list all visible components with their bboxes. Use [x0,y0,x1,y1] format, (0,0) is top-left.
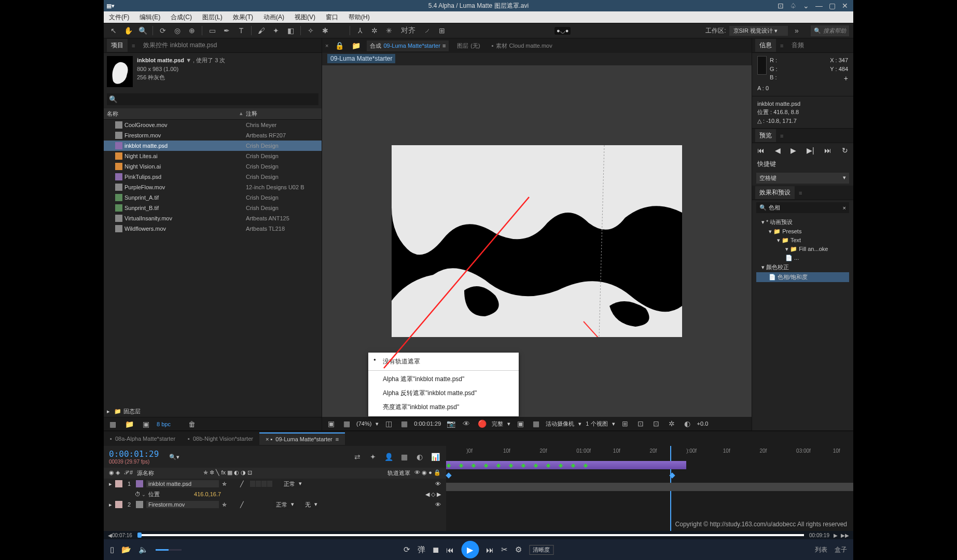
viewer-opt-2-icon[interactable]: ⊡ [635,418,646,429]
play-icon[interactable]: ▶ [790,146,796,155]
tree-hue-sat[interactable]: 📄 色相/饱和度 [756,272,849,282]
snapshot-icon[interactable]: 📷 [445,418,456,429]
eraser-tool-icon[interactable]: ◧ [285,25,296,36]
shortcut-dropdown[interactable]: 空格键▾ [756,173,849,184]
resolution-dropdown[interactable]: 完整 [492,420,503,428]
prev-frame-icon[interactable]: ◀ [775,146,781,155]
show-snapshot-icon[interactable]: 👁 [461,418,472,429]
view-axis-icon[interactable]: ✳ [383,25,395,36]
workspace-dropdown[interactable]: 京SIR 视觉设计 ▾ [729,26,788,36]
file-row[interactable]: Firestorm.movArtbeats RF207 [104,130,322,141]
clone-tool-icon[interactable]: ✦ [270,25,282,36]
scrub-expand2-icon[interactable]: ▶▶ [841,533,849,538]
frame-blend-icon[interactable]: ▦ [398,451,410,463]
loop-toggle-icon[interactable]: ⟳ [404,545,410,554]
selection-tool-icon[interactable]: ↖ [108,25,119,36]
info-tab[interactable]: 信息 [755,39,776,52]
pan-behind-icon[interactable]: ⊕ [186,25,198,36]
loop-mode[interactable]: 弹 [418,545,425,555]
scrub-expand-icon[interactable]: ◀ [108,533,112,538]
file-row[interactable]: Sunprint_A.tifCrish Design [104,192,322,203]
window-mode-icon[interactable]: ▯ [110,545,114,554]
tl-opt-2-icon[interactable]: ✦ [367,451,379,463]
project-search-input[interactable] [107,93,318,105]
video-scrub-bar[interactable]: ◀ 00:07:16 00:09:19 ▶ ▶▶ [104,531,853,539]
window-btn-1[interactable]: ⊡ [778,2,784,10]
trash-icon[interactable]: 🗑 [186,418,198,430]
pen-tool-icon[interactable]: ✒ [221,25,232,36]
shy-icon[interactable]: 👤 [383,451,394,463]
viewer-opt-1-icon[interactable]: ⊞ [619,418,631,429]
quality-selector[interactable]: 清晰度 [529,545,553,555]
bpc-toggle[interactable]: 8 bpc [157,421,171,427]
file-row[interactable]: VirtualInsanity.movArtbeats ANT125 [104,213,322,223]
col-source-name[interactable]: 源名称 [137,469,199,477]
new-comp-icon[interactable]: ▣ [140,418,151,430]
solids-folder[interactable]: 📁 固态层 [104,406,322,417]
last-frame-icon[interactable]: ⏭ [824,146,831,155]
loop-icon[interactable]: ↻ [842,146,848,155]
time-ruler[interactable]: )0f10f20f01:00f10f20f):00f10f20f03:00f10… [446,446,853,459]
views-dropdown[interactable]: 1 个视图 [586,420,607,428]
matte-option-alpha-inv[interactable]: Alpha 反转遮罩"inkblot matte.psd" [368,386,519,400]
tl-opt-1-icon[interactable]: ⇄ [352,451,363,463]
footage-tab[interactable]: ▪ 素材 Cloud matte.mov [489,40,556,51]
folder-nav-icon[interactable]: 📁 [350,40,362,51]
play-button[interactable]: ▶ [461,541,479,558]
timeline-tab-1[interactable]: ▪ 08a-Alpha Matte*starter [104,433,182,444]
menu-view[interactable]: 视图(V) [292,12,318,23]
timeline-tab-2[interactable]: ▪ 08b-Night Vision*starter [182,433,259,444]
shape-tool-icon[interactable]: ▭ [206,25,218,36]
file-row[interactable]: Night Vision.aiCrish Design [104,161,322,172]
playlist-toggle[interactable]: 列表 [815,545,827,554]
tree-text[interactable]: ▾ 📁 Text [756,236,849,245]
menu-file[interactable]: 文件(F) [106,12,132,23]
current-timecode[interactable]: 0:00:01:29 [109,449,159,459]
window-btn-3[interactable]: ⌄ [803,2,809,10]
effects-search[interactable]: 🔍 色相 × [756,202,849,213]
file-row[interactable]: Wildflowers.movArtbeats TL218 [104,223,322,234]
graph-editor-icon[interactable]: 📊 [429,451,441,463]
roto-tool-icon[interactable]: ✧ [305,25,316,36]
cut-icon[interactable]: ✂ [501,545,508,554]
fast-preview-icon[interactable]: ▣ [515,418,526,429]
audio-tab[interactable]: 音频 [787,39,808,52]
blend-mode-2[interactable]: 正常 [273,500,296,509]
col-note-header[interactable]: 注释 [246,110,318,118]
exposure-value[interactable]: +0.0 [697,421,709,427]
zoom-tool-icon[interactable]: 🔍 [137,25,148,36]
keyframe-icon[interactable] [446,472,451,478]
file-row[interactable]: Sunprint_B.tifCrish Design [104,203,322,213]
timeline-search-icon[interactable]: 🔍▾ [169,454,179,460]
camera-dropdown[interactable]: 活动摄像机 [546,420,574,428]
world-axis-icon[interactable]: ✲ [369,25,380,36]
progress-bar[interactable] [137,534,804,536]
tree-more[interactable]: 📄 ... [756,254,849,262]
col-track-matte[interactable]: 轨道遮罩 [387,469,410,477]
menu-help[interactable]: 帮助(H) [345,12,373,23]
zoom-level[interactable]: (74%) [356,421,371,427]
file-row[interactable]: inkblot matte.psdCrish Design [104,141,322,151]
first-frame-icon[interactable]: ⏮ [757,146,765,155]
timeline-layer-1[interactable]: ▸ 1 inkblot matte.psd ✯╱ 正常 👁 [104,479,446,489]
next-track-icon[interactable]: ⏭ [486,545,494,554]
tree-color-correction[interactable]: ▾ 颜色校正 [756,262,849,272]
minimize-icon[interactable]: — [815,2,823,10]
puppet-tool-icon[interactable]: ✱ [320,25,331,36]
file-row[interactable]: PinkTulips.psdCrish Design [104,172,322,182]
layer-bar-2[interactable] [446,483,853,491]
matte-option-alpha[interactable]: Alpha 遮罩"inkblot matte.psd" [368,372,519,386]
window-btn-2[interactable]: ♤ [790,2,797,10]
interpret-footage-icon[interactable]: ▦ [107,418,118,430]
maximize-icon[interactable]: ▢ [829,2,836,10]
timeline-layer-2[interactable]: ▸ 2 Firestorm.mov ✯╱ 正常 无 👁 [104,499,446,510]
tree-presets[interactable]: ▾ 📁 Presets [756,227,849,236]
layer-tab[interactable]: 图层 (无) [454,40,483,51]
rotate-tool-icon[interactable]: ⟳ [157,25,169,36]
lock-icon[interactable]: 🔒 [334,40,345,51]
workspace-reset-icon[interactable]: » [791,25,802,36]
menu-composition[interactable]: 合成(C) [168,12,195,23]
camera-tool-icon[interactable]: ◎ [172,25,183,36]
matte-option-luma[interactable]: 亮度遮罩"inkblot matte.psd" [368,400,519,414]
blend-mode-1[interactable]: 正常 [281,480,303,488]
